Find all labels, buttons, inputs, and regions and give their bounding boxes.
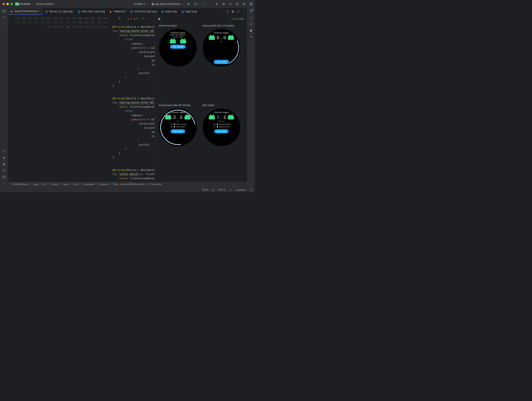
- breadcrumbs[interactable]: FootballScore›app›src›main›java›com›exam…: [8, 182, 247, 187]
- score-a: 3: [217, 115, 219, 120]
- window-controls[interactable]: [2, 3, 13, 5]
- image-file-icon: ▧: [182, 10, 184, 13]
- profiler-tool-icon[interactable]: ◈: [2, 156, 6, 159]
- check-icon: ✓: [229, 17, 231, 20]
- right-tool-rail: ∿ ▭ ▣ ✦: [247, 8, 255, 187]
- breadcrumb-item[interactable]: pldemo: [98, 183, 108, 186]
- readonly-icon[interactable]: ⏍: [229, 188, 232, 191]
- score-b: 2: [223, 115, 226, 120]
- breadcrumb-item[interactable]: ⓕresources: [148, 183, 162, 186]
- tab-themes-logo[interactable]: ▧ themes_fc_logo.png: [43, 8, 75, 15]
- file-encoding[interactable]: UTF-8: [218, 188, 225, 191]
- next-highlight-icon[interactable]: ⌄: [150, 17, 151, 21]
- warning-badge[interactable]: ▲ 4: [134, 17, 138, 21]
- preview-status: ✓ Up-to-date: [229, 17, 244, 20]
- logcat-tool-icon[interactable]: ▤: [2, 162, 6, 166]
- kotlin-file-icon: ◆: [10, 10, 13, 13]
- running-devices-icon[interactable]: ∿: [249, 16, 253, 19]
- line-gutter[interactable]: 155 156 157 158 159 160 161 162 163 164 …: [8, 15, 110, 182]
- tab-logo1[interactable]: ▧ logo1.png: [179, 8, 197, 15]
- tile-title: during match after 10 minutes: [202, 24, 243, 27]
- tab-westham-logo[interactable]: ▧ west_ham_logo.png: [75, 8, 107, 15]
- sync-icon[interactable]: ↻: [229, 2, 232, 6]
- match-timer: Full-time: [218, 120, 224, 122]
- more-icon[interactable]: ⋮: [201, 2, 204, 6]
- breadcrumb-item[interactable]: tile: [112, 183, 117, 186]
- project-selector[interactable]: PL PLDemo: [15, 2, 34, 6]
- account-icon[interactable]: [249, 2, 253, 6]
- code-with-me-icon[interactable]: ⇵: [215, 2, 218, 6]
- error-badge[interactable]: ▲ 1: [127, 17, 132, 21]
- image-file-icon: ▧: [77, 10, 80, 13]
- code-editor[interactable]: ▲ 1 ▲ 4 ✓ 5 ⌃ ⌄ 155 156 157 158 159 160 …: [8, 15, 155, 182]
- breadcrumb-item[interactable]: ◆SportsTileService.kt: [121, 183, 145, 186]
- close-tab-icon[interactable]: ×: [39, 10, 40, 13]
- editor-more-icon[interactable]: ⋮: [242, 10, 245, 13]
- terminal-tool-icon[interactable]: [2, 175, 6, 179]
- device-manager-icon[interactable]: ▭: [249, 22, 253, 25]
- caret-position[interactable]: 56:43: [202, 188, 208, 191]
- device-label: Wear 4: [137, 2, 145, 6]
- tab-label: richmond_logo.png: [134, 10, 157, 13]
- indent-setting[interactable]: 2 spaces*: [235, 188, 246, 191]
- more-tool-icon[interactable]: ⋯: [2, 22, 6, 25]
- tab-logo2[interactable]: ▧ logo2.png: [159, 8, 179, 15]
- breadcrumb-item[interactable]: java: [61, 183, 69, 186]
- left-tool-rail: ⚇ ⋯ T ◈ ▤ ⓘ ⑂: [0, 8, 8, 187]
- breadcrumb-item[interactable]: FootballScore: [10, 183, 28, 186]
- tab-label: themes_fc_logo.png: [49, 10, 73, 13]
- structure-tool-icon[interactable]: ⚇: [2, 16, 6, 19]
- close-window[interactable]: [2, 3, 5, 5]
- vcs-tool-icon[interactable]: ⑂: [2, 182, 6, 185]
- ide-bug-icon[interactable]: ✻: [222, 2, 225, 6]
- preview-tile[interactable]: during match after 10 minutesFictional L…: [202, 24, 243, 100]
- preview-body[interactable]: before the matchFictional LeagueBack roa…: [155, 22, 247, 182]
- breadcrumb-item[interactable]: app: [31, 183, 38, 186]
- debug-icon[interactable]: [194, 2, 197, 6]
- search-icon[interactable]: [236, 2, 239, 6]
- tab-controls: ≡ ▥ ▢ ⋮: [219, 8, 247, 15]
- tile-cta-button[interactable]: See details: [170, 45, 186, 49]
- run-config-label: app.SportsTileService: [155, 2, 180, 6]
- run-icon[interactable]: [187, 2, 190, 6]
- editor-view-split-icon[interactable]: ▥: [231, 10, 234, 13]
- ai-assistant-icon[interactable]: ✦: [249, 35, 253, 38]
- preview-tile[interactable]: after matchFictional League32Full-time85…: [202, 104, 243, 180]
- vcs-menu[interactable]: Version control: [36, 2, 57, 6]
- breadcrumb-item[interactable]: com: [72, 183, 79, 186]
- tile-title: before the match: [159, 24, 200, 27]
- tab-richmond-logo[interactable]: ▧ richmond_logo.png: [128, 8, 159, 15]
- project-tool-icon[interactable]: [2, 9, 6, 13]
- breadcrumb-item[interactable]: main: [50, 183, 58, 186]
- editor-view-list-icon[interactable]: ≡: [226, 10, 229, 13]
- prev-highlight-icon[interactable]: ⌃: [146, 17, 148, 21]
- settings-icon[interactable]: [242, 2, 246, 6]
- tile-cta-button[interactable]: See more: [214, 129, 229, 133]
- status-warning-icon[interactable]: ⓘ: [250, 188, 252, 191]
- team-a-mascot: [165, 115, 171, 119]
- breadcrumb-item[interactable]: src: [41, 183, 47, 186]
- line-ending[interactable]: LF: [212, 188, 215, 191]
- build-tool-icon[interactable]: T: [2, 150, 6, 153]
- preview-tool-icon[interactable]: ▦: [158, 17, 161, 20]
- chevron-down-icon: [32, 2, 34, 6]
- device-selector[interactable]: ◘ Wear 4: [134, 2, 148, 6]
- maximize-window[interactable]: [10, 3, 13, 5]
- breadcrumb-item[interactable]: example: [82, 183, 94, 186]
- editor-view-image-icon[interactable]: ▢: [236, 10, 240, 13]
- inspection-badges[interactable]: ▲ 1 ▲ 4 ✓ 5 ⌃ ⌄: [127, 17, 151, 21]
- minimize-window[interactable]: [6, 3, 9, 5]
- team-b-mascot: [180, 39, 186, 43]
- tab-helpers[interactable]: ◆ Helpers.kt: [107, 8, 128, 15]
- problems-tool-icon[interactable]: ⓘ: [2, 169, 6, 172]
- run-config-selector[interactable]: ▦ app.SportsTileService: [152, 2, 184, 6]
- notifications-icon[interactable]: [249, 9, 253, 13]
- resource-manager-icon[interactable]: ▣: [249, 29, 253, 32]
- weak-warning-badge[interactable]: ✓ 5: [140, 17, 145, 21]
- team-a-mascot: [170, 39, 176, 43]
- preview-tile[interactable]: before the matchFictional LeagueBack roa…: [159, 24, 200, 100]
- tabs-overflow-icon[interactable]: [221, 10, 224, 13]
- code-content[interactable]: } @Preview(device = WearDevices.SMALL_RO…: [110, 15, 155, 182]
- preview-tile[interactable]: during match after 80 minutesFictional L…: [159, 104, 200, 180]
- tab-sportstileservice[interactable]: ◆ SportsTileService.kt ×: [8, 8, 43, 15]
